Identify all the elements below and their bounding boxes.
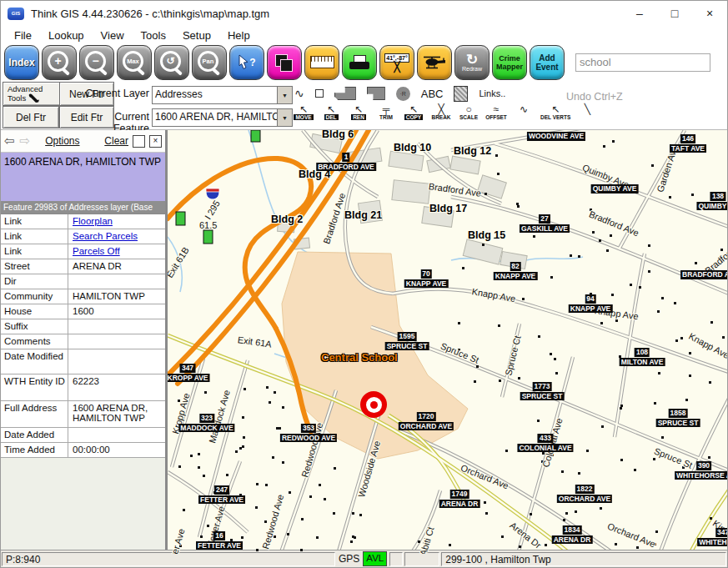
zoom-in-button[interactable]: + [42,45,77,80]
feature-row: Comments [1,334,165,349]
offset-tool[interactable]: ≈OFFSET [485,104,507,120]
feature-field-label: Dir [1,274,68,289]
address-point [599,239,601,242]
chevron-down-icon[interactable]: ▼ [277,87,292,103]
address-point [272,456,274,459]
advanced-tools-button[interactable]: Advanced Tools [3,82,63,106]
measure-button[interactable] [304,45,339,80]
address-point [287,533,289,535]
title-bar: GIS Think GIS 4.44.230626 - c:\thinkgis\… [1,1,727,26]
zoom-max-button[interactable]: Max [117,45,152,80]
address-point [485,512,488,515]
address-point [709,381,711,384]
menu-view[interactable]: View [93,29,133,42]
feature-row: Full Address1600 ARENA DR, HAMILTON TWP [1,401,165,428]
minimize-button[interactable]: – [622,1,657,26]
draw-polyline-tool[interactable]: ∿ [294,87,304,100]
menu-setup[interactable]: Setup [174,29,219,42]
address-point [289,491,291,494]
clear-link[interactable]: Clear [104,135,128,147]
menu-help[interactable]: Help [219,29,259,42]
break-tool[interactable]: ╳BREAK [430,104,452,120]
street-name-label: Woodside Ave [355,440,383,499]
delete-tool[interactable]: ↖DEL [320,104,342,120]
layers-button[interactable] [267,45,302,80]
map-viewport[interactable]: 1BRADFORD AVEWOODVINE AVE146TAFT AVEQUIM… [168,130,728,554]
address-point [550,353,552,355]
feature-field-label: Time Added [1,443,68,457]
menu-tools[interactable]: Tools [133,29,174,42]
current-layer-value: Addresses [153,87,277,103]
forward-arrow-icon[interactable]: ⇨ [20,133,31,148]
draw-circle-tool[interactable]: ·R [396,87,410,101]
address-point [352,512,354,515]
symbol-tool[interactable] [454,86,468,102]
crime-mapper-button[interactable]: Crime Mapper [492,45,527,80]
draw-polygon-hole-tool[interactable] [367,87,385,100]
street-name-label: Exit 61A [237,334,273,350]
address-point [522,298,525,300]
close-button[interactable]: × [692,1,727,26]
draw-point-tool[interactable] [315,89,324,98]
scale-tool-label: SCALE [459,114,478,120]
rename-tool[interactable]: ↖REN [348,104,369,120]
feature-field-value: 62223 [68,374,165,400]
back-arrow-icon[interactable]: ⇦ [4,133,15,148]
address-point [530,513,532,515]
gps-coordinates-button[interactable]: 41°,-87° ╳ [379,45,414,80]
zoom-out-button[interactable]: − [79,45,114,80]
address-point [244,388,246,390]
identify-button[interactable]: ? [229,45,264,80]
menu-file[interactable]: File [6,29,40,42]
chevron-down-icon[interactable]: ▼ [277,109,292,126]
redraw-button[interactable]: ↻ Redraw [454,45,490,80]
helicopter-button[interactable] [417,45,452,80]
zoom-back-button[interactable]: ↺ [154,45,189,80]
delete-feature-button[interactable]: Del Ftr [3,106,59,128]
redraw-label: Redraw [462,66,482,72]
address-point [680,337,683,339]
smooth-tool[interactable]: ∿ [513,104,535,114]
index-button[interactable]: Index [4,45,39,80]
text-tool[interactable]: ABC [421,88,444,100]
options-link[interactable]: Options [45,135,79,147]
close-panel-icon[interactable]: × [149,135,162,148]
address-point [600,322,603,324]
add-event-button[interactable]: Add Event [530,45,565,80]
status-spacer-1 [389,552,403,566]
current-layer-select[interactable]: Addresses ▼ [152,86,293,104]
address-point [658,372,660,374]
undo-button[interactable]: Undo Ctrl+Z [566,91,623,103]
copy-tool[interactable]: ↖COPY [403,104,424,120]
feature-link[interactable]: Floorplan [68,214,165,229]
current-feature-select[interactable]: 1600 ARENA DR, HAMILTON ▼ [152,108,293,127]
address-point [178,465,181,468]
address-point [555,372,558,374]
move-tool[interactable]: ↖MOVE [293,104,314,120]
feature-field-value: 00:00:00 [68,443,165,457]
address-point [661,436,664,439]
feature-link[interactable]: Search Parcels [68,229,165,244]
print-button[interactable] [342,45,377,80]
pan-button[interactable]: Pan [192,45,227,80]
feature-panel-nav: ⇦ ⇨ Options Clear × [1,130,165,153]
segment-tool[interactable]: ╲ [576,104,598,114]
maximize-panel-icon[interactable] [133,135,145,148]
feature-field-label: Street [1,259,68,274]
links-button[interactable]: Links.. [479,88,505,98]
menu-lookup[interactable]: Lookup [40,29,93,42]
map-address-badge: 1595SPRUCE ST [385,332,429,351]
feature-row: House1600 [1,304,165,319]
feature-link[interactable]: Parcels Off [68,244,165,259]
delete-vertices-tool[interactable]: ↖DEL VERTS [540,104,570,120]
draw-polygon-tool[interactable] [334,87,356,100]
trim-tool[interactable]: ╤TRIM [375,104,397,120]
feature-field-value [68,428,165,442]
search-input[interactable] [575,53,710,72]
map-address-badge: 1BRADFORD AVE [316,153,376,172]
maximize-button[interactable]: □ [657,1,692,26]
trim-tool-label: TRIM [379,114,393,120]
scale-tool[interactable]: ○SCALE [458,104,479,120]
address-point [309,495,312,498]
address-point [497,173,500,175]
